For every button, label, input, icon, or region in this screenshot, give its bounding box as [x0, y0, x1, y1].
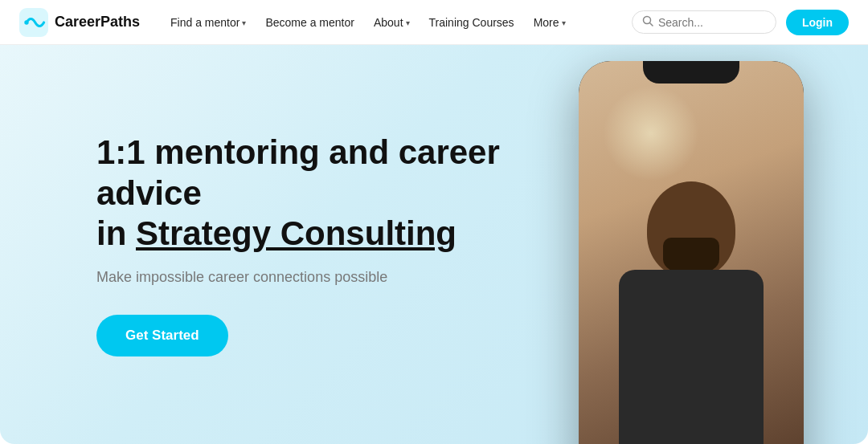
logo-icon	[19, 8, 48, 37]
nav-about[interactable]: About ▾	[366, 11, 418, 34]
search-icon	[642, 15, 653, 29]
search-box	[632, 10, 776, 34]
logo-text: CareerPaths	[55, 14, 140, 31]
nav-links: Find a mentor ▾ Become a mentor About ▾ …	[162, 11, 632, 34]
hero-content: 1:1 mentoring and career advice in Strat…	[96, 132, 514, 356]
face-beard	[663, 238, 719, 274]
phone-notch	[643, 61, 739, 84]
chevron-down-icon: ▾	[562, 18, 566, 27]
hero-subtitle: Make impossible career connections possi…	[96, 269, 514, 286]
svg-point-1	[24, 20, 28, 24]
logo-link[interactable]: CareerPaths	[19, 8, 140, 37]
phone-flare	[603, 85, 699, 181]
get-started-button[interactable]: Get Started	[96, 315, 228, 356]
svg-line-3	[649, 23, 653, 26]
navbar: CareerPaths Find a mentor ▾ Become a men…	[0, 0, 868, 45]
search-input[interactable]	[658, 16, 766, 29]
chevron-down-icon: ▾	[242, 18, 246, 27]
phone-mockup	[579, 61, 804, 430]
hero-section: 1:1 mentoring and career advice in Strat…	[0, 45, 868, 444]
person-silhouette	[603, 181, 780, 444]
nav-more[interactable]: More ▾	[526, 11, 574, 34]
login-button[interactable]: Login	[786, 10, 849, 35]
nav-become-mentor[interactable]: Become a mentor	[257, 11, 362, 34]
body-shape	[619, 270, 764, 444]
chevron-down-icon: ▾	[406, 18, 410, 27]
hero-title: 1:1 mentoring and career advice in Strat…	[96, 132, 514, 254]
phone-screen	[579, 61, 804, 444]
nav-find-mentor[interactable]: Find a mentor ▾	[162, 11, 254, 34]
phone-frame	[579, 61, 804, 444]
nav-training-courses[interactable]: Training Courses	[421, 11, 522, 34]
